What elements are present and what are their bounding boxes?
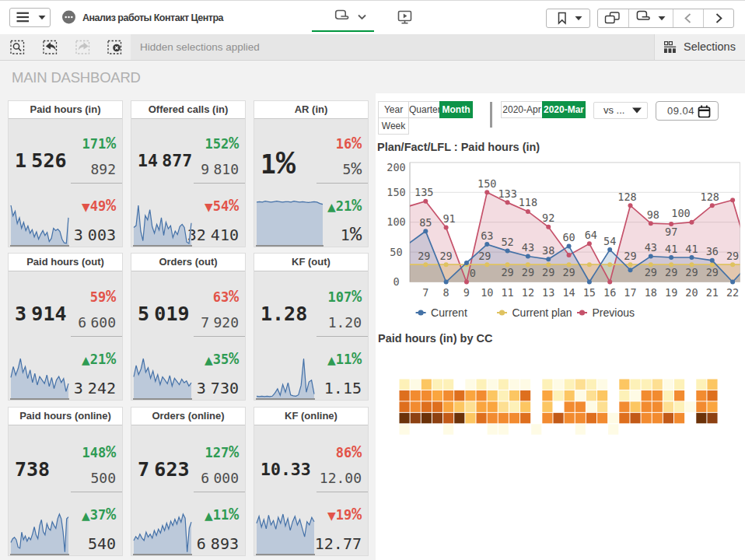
heatmap-cell[interactable]	[476, 413, 486, 423]
series-point[interactable]	[505, 200, 510, 205]
heatmap-cell[interactable]	[520, 413, 530, 423]
heatmap-cell[interactable]	[597, 413, 607, 423]
kpi-card[interactable]: AR (in)1%16%5%▲21%1%	[254, 100, 369, 247]
heatmap-cell[interactable]	[619, 413, 629, 423]
series-point[interactable]	[730, 280, 735, 285]
heatmap-cell[interactable]	[542, 401, 552, 411]
heatmap-cell[interactable]	[565, 390, 575, 401]
heatmap-cell[interactable]	[411, 413, 421, 423]
heatmap-cell[interactable]	[663, 390, 673, 401]
kpi-card[interactable]: Orders (online)7 623127%6 000▲11%6 893	[131, 407, 246, 556]
series-point[interactable]	[567, 243, 572, 248]
heatmap-cell[interactable]	[652, 390, 663, 401]
series-point[interactable]	[628, 203, 633, 208]
heatmap-cell[interactable]	[488, 424, 498, 434]
heatmap-cell[interactable]	[608, 424, 618, 434]
series-point[interactable]	[526, 209, 530, 214]
heatmap-chart[interactable]	[399, 378, 722, 437]
heatmap-cell[interactable]	[619, 401, 629, 411]
filter-2020-mar[interactable]: 2020-Mar	[542, 101, 586, 118]
heatmap-cell[interactable]	[443, 390, 453, 401]
heatmap-cell[interactable]	[509, 413, 519, 423]
heatmap-cell[interactable]	[443, 424, 453, 434]
heatmap-cell[interactable]	[575, 424, 586, 434]
heatmap-cell[interactable]	[443, 413, 453, 423]
bookmark-button[interactable]	[546, 9, 590, 28]
series-point[interactable]	[444, 226, 449, 230]
legend-item[interactable]: Previous	[577, 306, 635, 319]
heatmap-cell[interactable]	[586, 390, 596, 401]
series-point[interactable]	[505, 249, 510, 254]
heatmap-cell[interactable]	[432, 401, 442, 411]
heatmap-cell[interactable]	[630, 380, 640, 390]
series-point[interactable]	[526, 254, 530, 258]
series-point[interactable]	[587, 241, 592, 246]
heatmap-cell[interactable]	[575, 390, 586, 401]
filter-quarter[interactable]: Quarter	[408, 101, 440, 118]
nav-menu-button[interactable]	[9, 8, 51, 27]
heatmap-cell[interactable]	[488, 390, 498, 401]
heatmap-cell[interactable]	[498, 424, 509, 434]
heatmap-cell[interactable]	[674, 380, 684, 390]
heatmap-cell[interactable]	[707, 413, 717, 423]
heatmap-cell[interactable]	[597, 401, 607, 411]
heatmap-cell[interactable]	[597, 380, 607, 390]
heatmap-cell[interactable]	[520, 401, 530, 411]
current-sheet-button[interactable]	[334, 9, 369, 26]
series-point[interactable]	[587, 262, 592, 267]
heatmap-cell[interactable]	[696, 390, 706, 401]
heatmap-cell[interactable]	[575, 413, 586, 423]
series-point[interactable]	[607, 247, 612, 252]
series-point[interactable]	[423, 262, 428, 267]
heatmap-cell[interactable]	[432, 390, 442, 401]
heatmap-cell[interactable]	[454, 401, 464, 411]
kpi-card[interactable]: KF (out)1.28107%1.20▲11%1.15	[254, 253, 369, 401]
heatmap-cell[interactable]	[586, 401, 596, 411]
kpi-card[interactable]: KF (online)10.3386%12.00▼19%12.77	[254, 407, 369, 556]
legend-item[interactable]: Current	[416, 306, 467, 319]
series-point[interactable]	[710, 203, 715, 208]
heatmap-cell[interactable]	[520, 380, 530, 390]
series-point[interactable]	[444, 280, 449, 285]
heatmap-cell[interactable]	[465, 401, 475, 411]
heatmap-cell[interactable]	[498, 401, 509, 411]
filter-month[interactable]: Month	[439, 101, 473, 118]
series-point[interactable]	[464, 280, 469, 285]
series-point[interactable]	[464, 261, 469, 265]
vs-dropdown[interactable]: vs ...	[593, 102, 648, 119]
series-point[interactable]	[689, 255, 694, 260]
heatmap-cell[interactable]	[520, 390, 530, 401]
heatmap-cell[interactable]	[421, 401, 432, 411]
heatmap-cell[interactable]	[663, 413, 673, 423]
search-selections-button[interactable]	[11, 41, 24, 54]
heatmap-cell[interactable]	[443, 401, 453, 411]
heatmap-cell[interactable]	[400, 401, 410, 411]
heatmap-cell[interactable]	[488, 413, 498, 423]
kpi-card[interactable]: Paid hours (out)3 91459%6 600▲21%3 242	[8, 253, 123, 401]
heatmap-cell[interactable]	[411, 380, 421, 390]
series-point[interactable]	[567, 253, 572, 257]
heatmap-cell[interactable]	[498, 413, 509, 423]
heatmap-cell[interactable]	[553, 380, 563, 390]
heatmap-cell[interactable]	[400, 380, 410, 390]
series-point[interactable]	[423, 229, 428, 233]
series-point[interactable]	[628, 262, 633, 267]
heatmap-cell[interactable]	[488, 380, 498, 390]
series-point[interactable]	[444, 262, 449, 267]
heatmap-cell[interactable]	[498, 380, 509, 390]
heatmap-cell[interactable]	[696, 380, 706, 390]
undo-selection-button[interactable]	[44, 41, 57, 54]
sheet-list-button[interactable]	[628, 9, 673, 27]
heatmap-cell[interactable]	[553, 390, 563, 401]
heatmap-cell[interactable]	[685, 401, 695, 411]
heatmap-cell[interactable]	[443, 380, 453, 390]
filter-year[interactable]: Year	[378, 101, 409, 118]
next-sheet-button[interactable]	[703, 9, 735, 27]
heatmap-cell[interactable]	[707, 401, 717, 411]
series-point[interactable]	[669, 255, 673, 260]
series-point[interactable]	[689, 220, 694, 225]
heatmap-cell[interactable]	[498, 390, 509, 401]
heatmap-cell[interactable]	[630, 390, 640, 401]
heatmap-cell[interactable]	[411, 401, 421, 411]
series-point[interactable]	[587, 280, 592, 285]
